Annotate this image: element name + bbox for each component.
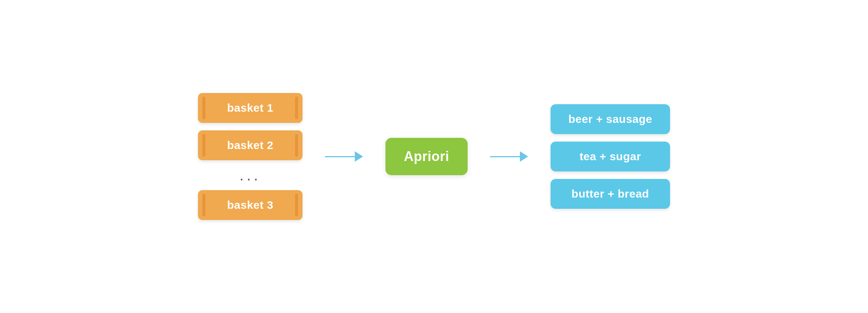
result-item-2: tea + sugar (551, 142, 670, 171)
arrow-line-1 (325, 156, 355, 157)
basket-item-1: basket 1 (198, 93, 303, 123)
dots-separator: ... (239, 168, 261, 183)
result-item-1: beer + sausage (551, 104, 670, 134)
arrow-line-2 (490, 156, 520, 157)
basket-label-2: basket 2 (227, 139, 273, 152)
basket-item-3: basket 3 (198, 190, 303, 220)
arrow-1 (325, 151, 363, 162)
arrow-head-1 (355, 151, 363, 162)
baskets-group: basket 1 basket 2 ... basket 3 (198, 93, 303, 220)
result-label-3: butter + bread (571, 188, 649, 200)
result-label-2: tea + sugar (580, 150, 641, 163)
basket-label-3: basket 3 (227, 199, 273, 211)
apriori-box: Apriori (385, 138, 468, 175)
basket-item-2: basket 2 (198, 130, 303, 160)
diagram-container: basket 1 basket 2 ... basket 3 Apriori b… (0, 0, 868, 313)
arrow-2 (490, 151, 528, 162)
arrow-shape-1 (325, 151, 363, 162)
result-label-1: beer + sausage (568, 113, 652, 125)
result-item-3: butter + bread (551, 179, 670, 209)
arrow-shape-2 (490, 151, 528, 162)
basket-label-1: basket 1 (227, 102, 273, 114)
results-group: beer + sausage tea + sugar butter + brea… (551, 104, 670, 209)
arrow-head-2 (520, 151, 528, 162)
apriori-label: Apriori (404, 149, 449, 164)
